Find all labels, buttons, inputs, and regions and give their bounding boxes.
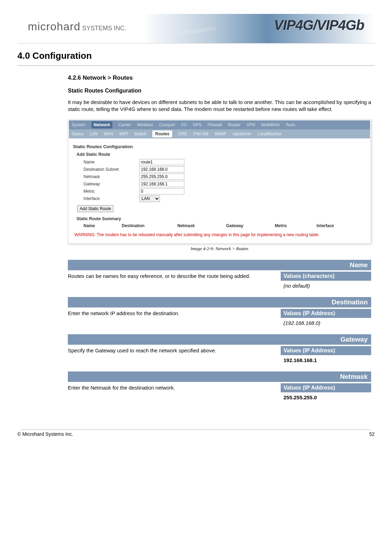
nav2-item-active[interactable]: Routes (152, 130, 172, 137)
gateway-input[interactable] (139, 181, 184, 187)
param-gateway: Gateway Specify the Gateway used to reac… (68, 334, 371, 365)
nav1-item[interactable]: Wireless (137, 122, 153, 127)
param-values-head: Values (IP Address) (281, 383, 371, 392)
nav1-item[interactable]: MultiWAN (261, 122, 280, 127)
nav2-item[interactable]: Status (72, 131, 83, 136)
metric-input[interactable] (139, 188, 184, 194)
nav2-item[interactable]: sdpServer (232, 131, 251, 136)
summary-title: Static Route Summary (77, 216, 366, 221)
add-route-title: Add Static Route (77, 152, 366, 157)
footer-rule (21, 430, 371, 430)
nav1-item[interactable]: Firewall (208, 122, 222, 127)
nav2-item[interactable]: GRE (178, 131, 187, 136)
param-values-body: 255.255.255.0 (281, 392, 371, 402)
nav2-item[interactable]: PIM-SM (193, 131, 208, 136)
param-desc: Routes can be names for easy reference, … (68, 272, 277, 291)
param-desc: Specify the Gateway used to reach the ne… (68, 346, 277, 365)
nav2-item[interactable]: SNMP (214, 131, 226, 136)
brand-sub: SYSTEMS INC. (80, 25, 126, 32)
col-netmask: Netmask (177, 223, 226, 228)
param-desc: Enter the Netmask for the destination ne… (68, 383, 277, 402)
col-gateway: Gateway (226, 223, 275, 228)
warning-text: WARNING: The modem has to be rebooted ma… (74, 232, 366, 237)
param-netmask: Netmask Enter the Netmask for the destin… (68, 371, 371, 402)
param-head: Netmask (68, 371, 371, 382)
nav2-item[interactable]: Switch (134, 131, 146, 136)
subsection-heading: Static Routes Configuration (68, 88, 371, 94)
nav2-item[interactable]: WAN (104, 131, 113, 136)
page-number: 52 (369, 431, 375, 437)
param-head: Gateway (68, 334, 371, 345)
param-values-body: 192.168.168.1 (281, 355, 371, 365)
col-metric: Metric (275, 223, 317, 228)
col-name: Name (83, 223, 122, 228)
nav2-item[interactable]: WIFI (119, 131, 128, 136)
param-values-head: Values (characters) (281, 272, 371, 281)
param-values-head: Values (IP Address) (281, 346, 371, 355)
intro-paragraph: It may be desirable to have devices on d… (68, 99, 371, 113)
nav-level-2: Status LAN WAN WIFI Switch Routes GRE PI… (69, 129, 370, 138)
param-head: Name (68, 260, 371, 270)
name-input[interactable] (139, 159, 184, 165)
config-screenshot: System Network Carrier Wireless Comport … (68, 119, 371, 244)
panel-title: Static Routes Configuration (73, 144, 366, 149)
interface-label: Interface (83, 196, 139, 201)
nav-level-1: System Network Carrier Wireless Comport … (69, 120, 370, 129)
header-banner: microhard SYSTEMS INC. 01010101010101 VI… (17, 14, 375, 43)
binary-decoration: 01010101010101 (178, 25, 216, 36)
col-interface: Interface (317, 223, 351, 228)
gateway-label: Gateway (83, 182, 139, 186)
netmask-label: Netmask (83, 174, 139, 179)
param-destination: Destination Enter the network IP address… (68, 297, 371, 328)
name-label: Name (83, 160, 139, 165)
brand-main: microhard (28, 20, 80, 33)
title-rule (17, 65, 375, 66)
nav1-item-active[interactable]: Network (91, 121, 112, 128)
nav1-item[interactable]: System (72, 122, 86, 127)
section-heading: 4.2.6 Network > Routes (68, 74, 371, 81)
nav1-item[interactable]: Comport (159, 122, 175, 127)
metric-label: Metric (83, 189, 139, 194)
dest-label: Destination Subnet (83, 167, 139, 172)
nav1-item[interactable]: Carrier (118, 122, 131, 127)
destination-input[interactable] (139, 166, 184, 173)
param-values-body: (no default) (281, 281, 371, 291)
footer-left: © Microhard Systems Inc. (17, 431, 73, 437)
nav1-item[interactable]: Router (228, 122, 241, 127)
param-name: Name Routes can be names for easy refere… (68, 260, 371, 291)
nav2-item[interactable]: LAN (89, 131, 97, 136)
page-title: 4.0 Configuration (17, 50, 375, 61)
param-desc: Enter the network IP address for the des… (68, 309, 277, 328)
param-values-body: (192.168.168.0) (281, 318, 371, 328)
brand-left: microhard SYSTEMS INC. (28, 20, 126, 33)
nav1-item[interactable]: Tools (286, 122, 295, 127)
param-head: Destination (68, 297, 371, 307)
netmask-input[interactable] (139, 174, 184, 180)
nav1-item[interactable]: I/O (181, 122, 187, 127)
nav2-item[interactable]: LocalMonitor (257, 131, 281, 136)
image-caption: Image 4-2-9: Network > Routes (68, 246, 371, 251)
nav1-item[interactable]: VPN (247, 122, 255, 127)
brand-right: VIP4G/VIP4Gb (274, 17, 364, 33)
add-static-route-button[interactable]: Add Static Route (77, 205, 113, 212)
interface-select[interactable]: LAN (139, 195, 160, 202)
param-values-head: Values (IP Address) (281, 309, 371, 318)
col-destination: Destination (122, 223, 177, 228)
nav1-item[interactable]: GPS (193, 122, 201, 127)
